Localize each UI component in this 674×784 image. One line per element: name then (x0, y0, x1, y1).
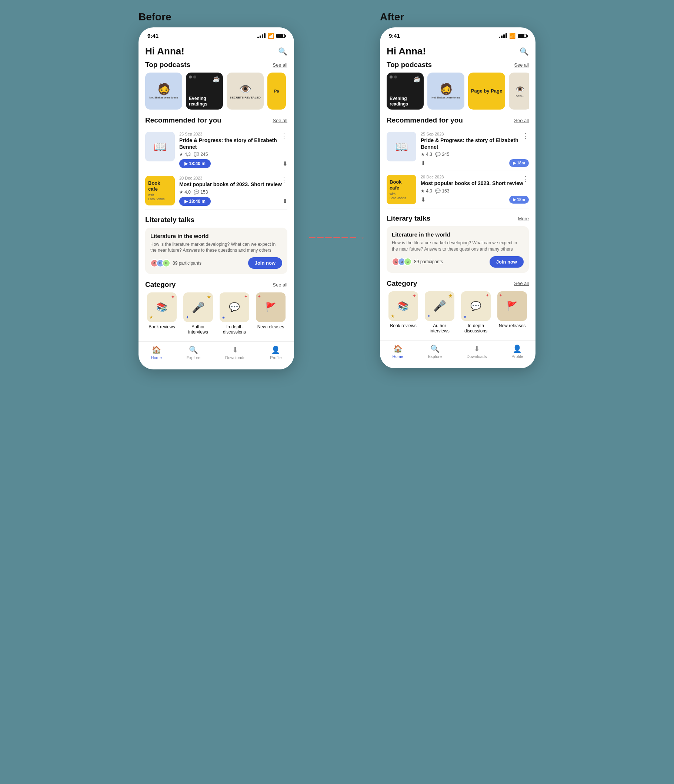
after-avatar-3: C (404, 258, 412, 266)
join-button[interactable]: Join now (248, 257, 282, 269)
book-reviews-thumb: 📚 ✦ ★ (147, 292, 177, 322)
after-download-icon-2[interactable]: ⬇ (421, 196, 426, 203)
after-play-btn-2[interactable]: ▶ 18m (509, 196, 529, 204)
after-status-bar: 9:41 📶 (380, 27, 535, 40)
greeting: Hi Anna! (145, 45, 184, 57)
after-participants: A B C 89 participants (392, 258, 443, 266)
play-btn-2[interactable]: ▶ 18:40 m (179, 197, 211, 206)
recommended-see-all[interactable]: See all (273, 118, 287, 123)
after-talks-card-title: Literature in the world (392, 231, 524, 238)
after-talks-card-desc: How is the literature market developing?… (392, 240, 524, 252)
after-category-author-interviews[interactable]: 🎤 ★ ✦ Author interviews (423, 291, 456, 333)
dashed-arrow: → (309, 233, 365, 242)
download-icon-2[interactable]: ⬇ (282, 198, 287, 205)
bottom-nav: 🏠 Home 🔍 Explore ⬇ Downloads 👤 Profile (139, 341, 294, 362)
nav-explore[interactable]: 🔍 Explore (187, 345, 200, 360)
after-rec-info-2: 20 Dec 2023 Most popular books of 2023. … (421, 175, 529, 204)
category-label-book-reviews: Book reviews (148, 324, 175, 330)
recommended-section-header: Recommended for you See all (145, 116, 287, 124)
after-podcasts-see-all[interactable]: See all (514, 62, 529, 68)
nav-profile-label: Profile (270, 355, 281, 360)
after-play-btn-1[interactable]: ▶ 18m (509, 159, 529, 167)
after-recommended-see-all[interactable]: See all (514, 118, 529, 123)
after-category-label-author-interviews: Author interviews (423, 323, 456, 333)
avatar-3: C (162, 259, 170, 267)
after-explore-icon: 🔍 (430, 344, 440, 353)
rec-item-1: 📖 25 Sep 2023 Pride & Progress: the stor… (145, 128, 287, 172)
podcasts-title: Top podcasts (145, 61, 190, 69)
nav-profile[interactable]: 👤 Profile (270, 345, 281, 360)
nav-downloads[interactable]: ⬇ Downloads (225, 345, 245, 360)
after-rec-item-1: 📖 25 Sep 2023 Pride & Progress: the stor… (387, 128, 529, 171)
after-category-new-releases[interactable]: 🚩 ✦ New releases (496, 291, 529, 333)
after-rec-date-2: 20 Dec 2023 (421, 175, 529, 179)
podcast-secrets[interactable]: 👁️ SECRETS REVEALED (227, 73, 264, 110)
after-nav-home[interactable]: 🏠 Home (392, 344, 403, 359)
rec-title-1: Pride & Progress: the story of Elizabeth… (179, 137, 287, 150)
podcast-not-shakespeare[interactable]: 🧔 Not Shakespeare to me (145, 73, 182, 110)
after-podcasts-scroll: ☕ Evening readings 🧔 Not Shakespeare to … (387, 73, 529, 110)
after-column: After 9:41 📶 Hi Anna! 🔍 (380, 11, 535, 368)
after-podcast-evening-readings[interactable]: ☕ Evening readings (387, 73, 424, 110)
category-in-depth[interactable]: 💬 ✦ ★ In-depth discussions (218, 292, 251, 334)
category-author-interviews[interactable]: 🎤 ★ ✦ Author interviews (181, 292, 215, 334)
after-greeting: Hi Anna! (387, 45, 426, 57)
rec-date-2: 20 Dec 2023 (179, 176, 287, 180)
after-talks-more[interactable]: More (518, 216, 529, 221)
in-depth-thumb: 💬 ✦ ★ (220, 292, 249, 322)
after-podcast-page-by-page[interactable]: Page by Page (468, 73, 505, 110)
participant-count: 89 participants (173, 261, 201, 266)
after-podcast-not-shakespeare[interactable]: 🧔 Not Shakespeare to me (427, 73, 464, 110)
category-grid: 📚 ✦ ★ Book reviews 🎤 ★ ✦ Author intervie… (145, 292, 287, 334)
after-rec-stats-1: ★ 4,3 💬 245 (421, 152, 529, 157)
before-phone: 9:41 📶 Hi Anna! 🔍 Top podcasts (139, 27, 294, 369)
after-nav-home-label: Home (392, 354, 403, 359)
podcasts-scroll: 🧔 Not Shakespeare to me ☕ (145, 73, 287, 110)
download-icon-1[interactable]: ⬇ (282, 160, 287, 167)
after-nav-downloads-label: Downloads (466, 354, 487, 359)
after-podcasts-title: Top podcasts (387, 61, 432, 69)
search-icon[interactable]: 🔍 (278, 47, 287, 56)
more-options-2[interactable]: ⋮ (281, 176, 287, 184)
after-nav-profile[interactable]: 👤 Profile (512, 344, 523, 359)
after-bottom-nav: 🏠 Home 🔍 Explore ⬇ Downloads 👤 Profile (380, 340, 535, 361)
after-status-time: 9:41 (389, 33, 400, 39)
after-join-button[interactable]: Join now (490, 256, 524, 268)
rec-date-1: 25 Sep 2023 (179, 132, 287, 136)
evening-readings-label: Evening readings (189, 96, 220, 107)
after-status-icons: 📶 (499, 33, 527, 39)
rec-actions-2: ▶ 18:40 m ⬇ (179, 197, 287, 206)
after-nav-explore[interactable]: 🔍 Explore (428, 344, 442, 359)
category-see-all[interactable]: See all (273, 282, 287, 288)
category-book-reviews[interactable]: 📚 ✦ ★ Book reviews (145, 292, 178, 334)
after-more-options-1[interactable]: ⋮ (522, 132, 529, 140)
after-category-in-depth[interactable]: 💬 ✦ ★ In-depth discussions (459, 291, 493, 333)
podcasts-see-all[interactable]: See all (273, 62, 287, 68)
after-rec-item-2: Bookcafe withLoro Johns 20 Dec 2023 Most… (387, 171, 529, 208)
after-category-book-reviews[interactable]: 📚 ✦ ★ Book reviews (387, 291, 420, 333)
podcast-evening-readings[interactable]: ☕ Evening readings (186, 73, 223, 110)
after-category-see-all[interactable]: See all (514, 281, 529, 286)
talks-card: Literature in the world How is the liter… (145, 228, 287, 274)
nav-home[interactable]: 🏠 Home (151, 345, 161, 360)
play-btn-1[interactable]: ▶ 18:40 m (179, 159, 211, 168)
after-podcasts-section-header: Top podcasts See all (387, 61, 529, 69)
more-options-1[interactable]: ⋮ (281, 132, 287, 140)
after-rec-info-1: 25 Sep 2023 Pride & Progress: the story … (421, 132, 529, 167)
nav-home-label: Home (151, 355, 161, 360)
after-author-interviews-thumb: 🎤 ★ ✦ (425, 291, 454, 321)
after-nav-downloads[interactable]: ⬇ Downloads (466, 344, 487, 359)
after-more-options-2[interactable]: ⋮ (522, 175, 529, 183)
signal-icon (257, 33, 265, 38)
after-download-icon-1[interactable]: ⬇ (421, 160, 426, 166)
after-search-icon[interactable]: 🔍 (520, 47, 529, 56)
after-book-reviews-thumb: 📚 ✦ ★ (388, 291, 418, 321)
podcast-page-by-page[interactable]: Pa (267, 73, 286, 110)
nav-downloads-label: Downloads (225, 355, 245, 360)
after-talks-title: Literary talks (387, 214, 430, 222)
podcasts-section-header: Top podcasts See all (145, 61, 287, 69)
after-phone: 9:41 📶 Hi Anna! 🔍 Top podcasts (380, 27, 535, 368)
category-new-releases[interactable]: 🚩 ✦ New releases (254, 292, 287, 334)
after-podcast-secrets[interactable]: 👁️ SEC... (509, 73, 529, 110)
recommended-title: Recommended for you (145, 116, 222, 124)
